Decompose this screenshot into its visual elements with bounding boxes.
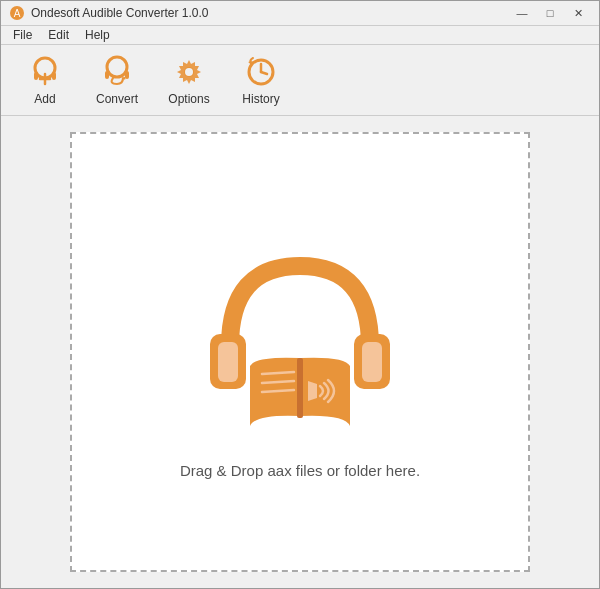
history-button[interactable]: History: [227, 49, 295, 111]
convert-label: Convert: [96, 92, 138, 106]
title-bar-left: A Ondesoft Audible Converter 1.0.0: [9, 5, 208, 21]
drop-zone[interactable]: Drag & Drop aax files or folder here.: [70, 132, 530, 572]
close-button[interactable]: ✕: [565, 3, 591, 23]
svg-rect-3: [34, 72, 38, 80]
window-title: Ondesoft Audible Converter 1.0.0: [31, 6, 208, 20]
minimize-button[interactable]: —: [509, 3, 535, 23]
drop-zone-icon: [190, 226, 410, 446]
history-label: History: [242, 92, 279, 106]
svg-point-7: [107, 57, 127, 77]
svg-rect-19: [218, 342, 238, 382]
menu-file[interactable]: File: [5, 26, 40, 44]
drop-zone-text: Drag & Drop aax files or folder here.: [180, 462, 420, 479]
app-window: A Ondesoft Audible Converter 1.0.0 — □ ✕…: [0, 0, 600, 589]
maximize-button[interactable]: □: [537, 3, 563, 23]
svg-point-12: [185, 68, 193, 76]
toolbar: Add Convert Options: [1, 45, 599, 116]
convert-button[interactable]: Convert: [83, 49, 151, 111]
add-label: Add: [34, 92, 55, 106]
svg-line-15: [261, 72, 267, 74]
menu-edit[interactable]: Edit: [40, 26, 77, 44]
svg-rect-21: [297, 358, 303, 418]
svg-rect-20: [362, 342, 382, 382]
convert-icon: [99, 54, 135, 90]
history-icon: [243, 54, 279, 90]
window-controls: — □ ✕: [509, 3, 591, 23]
menu-help[interactable]: Help: [77, 26, 118, 44]
menu-bar: File Edit Help: [1, 26, 599, 45]
main-content: Drag & Drop aax files or folder here.: [1, 116, 599, 588]
svg-rect-9: [125, 71, 129, 79]
options-button[interactable]: Options: [155, 49, 223, 111]
add-icon: [27, 54, 63, 90]
options-icon: [171, 54, 207, 90]
svg-rect-8: [105, 71, 109, 79]
svg-text:A: A: [14, 8, 21, 19]
svg-marker-25: [308, 381, 317, 401]
svg-rect-4: [52, 72, 56, 80]
add-button[interactable]: Add: [11, 49, 79, 111]
title-bar: A Ondesoft Audible Converter 1.0.0 — □ ✕: [1, 1, 599, 26]
options-label: Options: [168, 92, 209, 106]
app-icon: A: [9, 5, 25, 21]
